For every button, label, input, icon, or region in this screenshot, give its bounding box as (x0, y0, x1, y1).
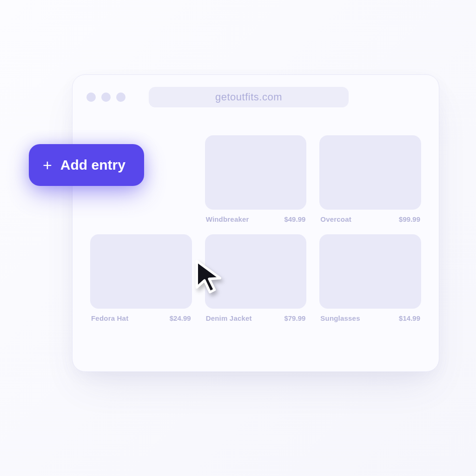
product-card[interactable]: Windbreaker $49.99 (205, 135, 307, 223)
window-dot-maximize[interactable] (116, 93, 126, 102)
add-entry-button[interactable]: + Add entry (29, 144, 144, 186)
product-name: Windbreaker (206, 215, 249, 223)
window-dot-minimize[interactable] (101, 93, 111, 102)
window-dot-close[interactable] (86, 93, 96, 102)
window-controls (86, 93, 126, 102)
product-name: Sunglasses (320, 314, 360, 322)
product-image-placeholder (205, 135, 307, 210)
product-name: Denim Jacket (206, 314, 252, 322)
product-card[interactable]: Denim Jacket $79.99 (205, 234, 307, 322)
address-bar[interactable]: getoutfits.com (149, 87, 349, 107)
product-image-placeholder (205, 234, 307, 309)
product-price: $24.99 (170, 314, 191, 322)
product-image-placeholder (90, 234, 192, 309)
product-image-placeholder (319, 135, 421, 210)
product-card[interactable]: Overcoat $99.99 (319, 135, 421, 223)
product-name: Fedora Hat (91, 314, 128, 322)
product-price: $49.99 (284, 215, 305, 223)
browser-window: getoutfits.com Windbreaker $49.99 Overco… (72, 74, 439, 372)
product-card[interactable]: Sunglasses $14.99 (319, 234, 421, 322)
add-entry-label: Add entry (60, 157, 126, 173)
browser-header: getoutfits.com (73, 75, 439, 112)
plus-icon: + (43, 157, 52, 173)
product-price: $99.99 (399, 215, 420, 223)
product-card[interactable]: Fedora Hat $24.99 (90, 234, 192, 322)
product-price: $79.99 (284, 314, 305, 322)
product-name: Overcoat (320, 215, 351, 223)
product-price: $14.99 (399, 314, 420, 322)
product-image-placeholder (319, 234, 421, 309)
url-text: getoutfits.com (215, 91, 282, 103)
